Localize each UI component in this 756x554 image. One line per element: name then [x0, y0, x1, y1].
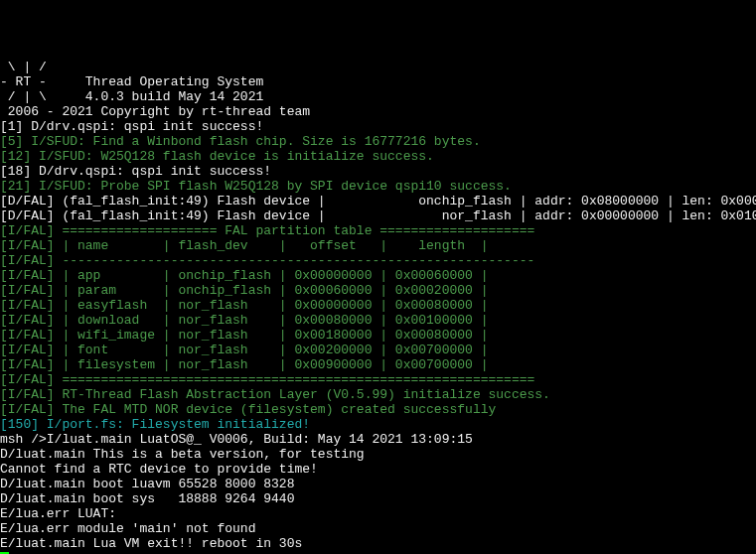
terminal-line: - RT - Thread Operating System	[0, 74, 756, 89]
terminal-line: D/luat.main This is a beta version, for …	[0, 447, 756, 462]
terminal-line: E/lua.err LUAT:	[0, 506, 756, 521]
terminal-line: [I/FAL] | filesystem | nor_flash | 0x009…	[0, 357, 756, 372]
terminal-line: [I/FAL] RT-Thread Flash Abstraction Laye…	[0, 387, 756, 402]
terminal-line: [I/FAL] --------------------------------…	[0, 253, 756, 268]
terminal-line: [I/FAL] | wifi_image | nor_flash | 0x001…	[0, 328, 756, 343]
terminal-line: [I/FAL] ==================== FAL partiti…	[0, 223, 756, 238]
terminal-line: [D/FAL] (fal_flash_init:49) Flash device…	[0, 208, 756, 223]
terminal-line: [I/FAL] The FAL MTD NOR device (filesyst…	[0, 402, 756, 417]
terminal-line: [I/FAL] | download | nor_flash | 0x00080…	[0, 313, 756, 328]
terminal-line: Cannot find a RTC device to provide time…	[0, 462, 756, 477]
terminal-line: [1] D/drv.qspi: qspi init success!	[0, 119, 756, 134]
terminal-line: [I/FAL] | easyflash | nor_flash | 0x0000…	[0, 298, 756, 313]
terminal-output: \ | /- RT - Thread Operating System / | …	[0, 60, 756, 551]
terminal-line: [5] I/SFUD: Find a Winbond flash chip. S…	[0, 134, 756, 149]
terminal-line: [I/FAL] | app | onchip_flash | 0x0000000…	[0, 268, 756, 283]
terminal-line: E/luat.main Lua VM exit!! reboot in 30s	[0, 536, 756, 551]
terminal-line: [I/FAL] | name | flash_dev | offset | le…	[0, 238, 756, 253]
terminal-line: D/luat.main boot sys 18888 9264 9440	[0, 491, 756, 506]
terminal-line: [I/FAL] | font | nor_flash | 0x00200000 …	[0, 343, 756, 357]
terminal-line: [I/FAL] | param | onchip_flash | 0x00060…	[0, 283, 756, 298]
terminal-line: [18] D/drv.qspi: qspi init success!	[0, 164, 756, 179]
terminal-line: 2006 - 2021 Copyright by rt-thread team	[0, 104, 756, 119]
terminal-line: \ | /	[0, 60, 756, 74]
terminal-line: D/luat.main boot luavm 65528 8000 8328	[0, 477, 756, 491]
terminal-line: E/lua.err module 'main' not found	[0, 521, 756, 536]
terminal-line: msh />I/luat.main LuatOS@_ V0006, Build:…	[0, 432, 756, 447]
terminal-line: [D/FAL] (fal_flash_init:49) Flash device…	[0, 194, 756, 208]
terminal-line: [150] I/port.fs: Filesystem initialized!	[0, 417, 756, 432]
terminal-line: / | \ 4.0.3 build May 14 2021	[0, 89, 756, 104]
terminal-line: [21] I/SFUD: Probe SPI flash W25Q128 by …	[0, 179, 756, 194]
terminal-line: [I/FAL] ================================…	[0, 372, 756, 387]
terminal-line: [12] I/SFUD: W25Q128 flash device is ini…	[0, 149, 756, 164]
